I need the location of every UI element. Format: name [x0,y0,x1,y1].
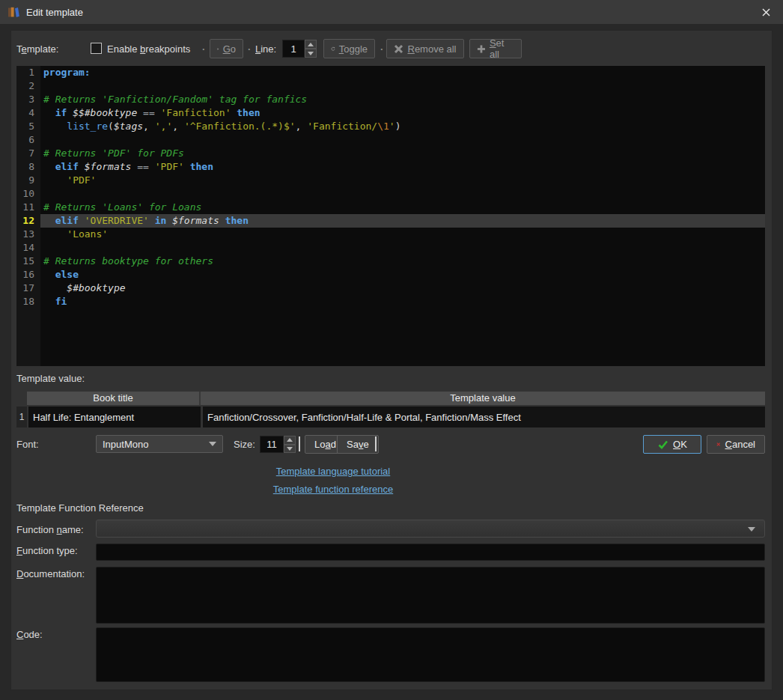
column-header-template-value[interactable]: Template value [201,392,765,405]
toggle-button[interactable]: Toggle [323,39,375,58]
table-header: Book title Template value [27,392,765,405]
code-line [40,187,765,201]
close-button[interactable] [749,0,783,24]
size-label: Size: [234,439,255,450]
arrow-down-icon [287,447,293,451]
book-title-cell: Half Life: Entanglement [28,407,201,427]
toggle-button-label: Toggle [339,43,368,55]
plus-icon [477,44,486,54]
line-number: 2 [16,79,34,93]
size-spinner[interactable]: 11 [260,436,296,453]
column-header-book-title[interactable]: Book title [27,392,201,405]
line-number: 17 [16,281,34,295]
enable-breakpoints-label: Enable breakpoints [107,43,190,55]
function-reference-title: Template Function Reference [16,502,144,514]
line-spin-down-button[interactable] [305,49,317,58]
line-number: 5 [16,120,34,133]
load-button-label: Load [314,439,336,450]
set-all-label: Set all [490,37,514,60]
chevron-down-icon [748,527,755,532]
template-editor[interactable]: 123456789101112131415161718 program:# Re… [16,66,765,366]
ok-button-label: OK [673,439,687,450]
line-number: 6 [16,133,34,147]
size-spin-down-button[interactable] [284,445,296,454]
save-button[interactable]: Save [337,435,379,454]
template-function-reference-link[interactable]: Template function reference [273,484,393,495]
code-line: 'PDF' [40,174,765,187]
arrow-down-icon [308,52,314,55]
documentation-label: Documentation: [16,568,85,579]
code-line: elif $formats == 'PDF' then [40,160,765,174]
template-label: Template: [16,43,58,55]
remove-all-label: Remove all [407,43,456,55]
line-label: Line: [255,43,276,55]
close-icon [761,7,772,18]
line-number: 10 [16,187,34,201]
code-line [40,133,765,147]
reference-link-row: Template function reference [0,484,666,495]
documentation-textarea[interactable] [96,567,765,624]
go-button[interactable]: Go [210,39,243,58]
cancel-button[interactable]: Cancel [707,435,765,454]
code-label: Code: [16,629,43,640]
code-line: # Returns 'Fanfiction/Fandom' tag for fa… [40,93,765,106]
code-line: elif 'OVERDRIVE' in $formats then [40,214,765,228]
code-line: list_re($tags, ',', '^Fanfiction.(.*)$',… [40,120,765,133]
checkmark-icon [657,439,668,450]
editor-code: program:# Returns 'Fanfiction/Fandom' ta… [40,66,765,366]
line-number: 3 [16,93,34,106]
toggle-breakpoint-icon [331,43,335,54]
set-all-button[interactable]: Set all [469,39,522,58]
enable-breakpoints-checkbox[interactable] [91,43,102,54]
font-label: Font: [16,439,39,450]
code-line: else [40,268,765,281]
toolbar-handle [299,436,300,451]
editor-gutter: 123456789101112131415161718 [16,66,40,366]
save-button-label: Save [347,439,369,450]
line-number: 8 [16,160,34,174]
edit-template-dialog: Edit template Template: Enable breakpoin… [0,0,783,700]
line-number: 11 [16,201,34,214]
function-name-combobox[interactable] [96,520,765,538]
line-number: 9 [16,174,34,187]
template-language-tutorial-link[interactable]: Template language tutorial [276,466,391,477]
row-number: 1 [16,407,27,427]
size-value[interactable]: 11 [260,436,284,453]
table-row[interactable]: 1Half Life: EntanglementFanfiction/Cross… [16,407,765,427]
remove-all-button[interactable]: Remove all [386,39,464,58]
line-number: 14 [16,241,34,255]
code-textarea[interactable] [96,627,765,682]
ok-button[interactable]: OK [643,435,701,454]
font-combobox[interactable]: InputMono [96,435,223,453]
toolbar-handle [375,436,377,451]
size-spin-up-button[interactable] [284,436,296,445]
line-number: 7 [16,147,34,160]
code-line [40,79,765,93]
cancel-x-icon [716,439,721,449]
window-title: Edit template [26,7,83,18]
line-number: 18 [16,295,34,308]
font-combobox-value: InputMono [103,439,148,450]
code-line: # Returns booktype for others [40,255,765,268]
code-line: fi [40,295,765,308]
line-number-value[interactable]: 1 [282,40,305,58]
line-spin-up-button[interactable] [305,40,317,49]
line-number-spinner[interactable]: 1 [282,40,317,58]
titlebar: Edit template [0,0,783,24]
template-value-label: Template value: [16,373,85,384]
arrow-up-icon [308,43,314,46]
line-number: 4 [16,106,34,120]
template-value-cell: Fanfiction/Crossover, Fanfiction/Half-Li… [203,407,765,427]
chevron-down-icon [209,442,216,446]
code-line: 'Loans' [40,228,765,241]
tutorial-link-row: Template language tutorial [0,466,666,477]
line-number: 16 [16,268,34,281]
function-type-label: Function type: [16,545,78,556]
code-line: $#booktype [40,281,765,295]
function-type-field[interactable] [96,544,765,561]
toolbar-separator-dot: · [202,43,205,55]
line-number: 15 [16,255,34,268]
code-line: # Returns 'Loans' for Loans [40,201,765,214]
toolbar-separator-dot: · [248,43,251,55]
code-line: program: [40,66,765,79]
